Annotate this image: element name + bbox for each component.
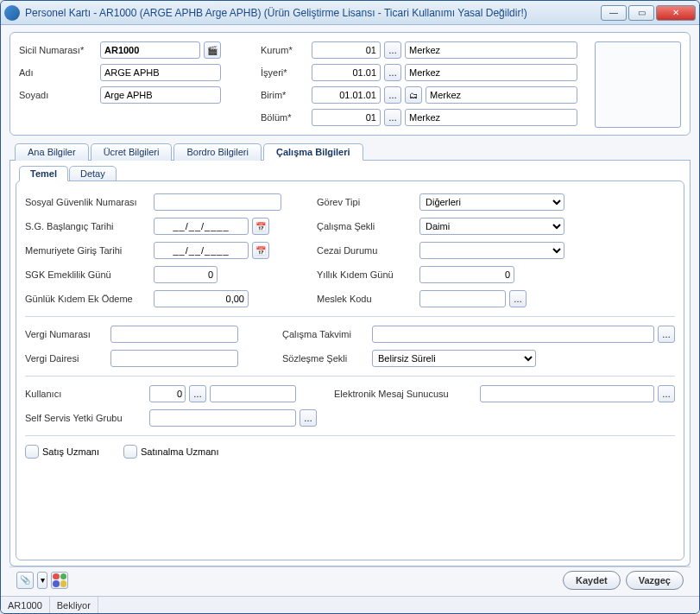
footer-bar: 📎 ▾ Kaydet Vazgeç (9, 567, 691, 592)
outer-tabs: Ana Bilgiler Ücret Bilgileri Bordro Bilg… (9, 142, 691, 161)
self-input[interactable] (149, 409, 296, 427)
yil-kidem-input[interactable] (419, 266, 514, 283)
birim-lookup-icon[interactable]: … (384, 86, 401, 104)
cezai-select[interactable] (419, 242, 564, 259)
meslek-label: Meslek Kodu (317, 294, 416, 304)
isyeri-name[interactable] (405, 64, 577, 81)
group-kullanici: Kullanıcı … Elektronik Mesaj Sunucusu … (25, 376, 675, 427)
window-frame: Personel Kartı - AR1000 (ARGE APHB Arge … (0, 0, 700, 614)
birim-org-icon[interactable]: 🗂 (405, 86, 422, 104)
satis-checkbox[interactable]: Satış Uzmanı (25, 445, 99, 459)
sgn-input[interactable] (154, 193, 281, 211)
bolum-lookup-icon[interactable]: … (384, 109, 401, 126)
window-title: Personel Kartı - AR1000 (ARGE APHB Arge … (25, 7, 601, 19)
kullanici-lookup-icon[interactable]: … (189, 385, 206, 402)
sgbas-input[interactable] (154, 218, 249, 235)
gko-input[interactable] (154, 290, 249, 307)
isyeri-label: İşyeri* (261, 67, 308, 78)
mem-label: Memuriyete Giriş Tarihi (25, 245, 150, 256)
cancel-button[interactable]: Vazgeç (626, 571, 684, 590)
sozlesme-label: Sözleşme Şekli (282, 353, 369, 364)
vergi-daire-input[interactable] (110, 350, 238, 367)
self-lookup-icon[interactable]: … (300, 409, 317, 427)
self-label: Self Servis Yetki Grubu (25, 413, 146, 423)
takvim-label: Çalışma Takvimi (282, 329, 369, 339)
colors-button[interactable] (51, 572, 68, 589)
vergi-daire-label: Vergi Dairesi (25, 353, 107, 364)
colors-icon (53, 573, 66, 587)
attachment-icon[interactable]: 📎 (16, 572, 34, 589)
maximize-button[interactable]: ▭ (628, 5, 654, 21)
attachment-dropdown-icon[interactable]: ▾ (37, 572, 47, 589)
bolum-label: Bölüm* (261, 112, 308, 123)
sgk-em-label: SGK Emeklilik Günü (25, 269, 150, 280)
window-controls: — ▭ ✕ (601, 5, 696, 21)
yil-kidem-label: Yıllık Kıdem Günü (317, 269, 416, 280)
save-button[interactable]: Kaydet (563, 571, 621, 590)
gorev-label: Görev Tipi (317, 197, 416, 207)
soyadi-label: Soyadı (19, 90, 97, 100)
kullanici-label: Kullanıcı (25, 389, 146, 399)
sicil-input[interactable] (100, 41, 200, 59)
tab-calisma-bilgileri[interactable]: Çalışma Bilgileri (263, 143, 363, 161)
calis-select[interactable]: Daimi (419, 218, 564, 235)
mem-input[interactable] (154, 242, 249, 259)
checkbox-icon (123, 445, 137, 459)
sicil-label: Sicil Numarası* (19, 45, 97, 55)
vergi-no-input[interactable] (110, 326, 238, 343)
content-area: Sicil Numarası* 🎬 Adı Soyadı Kurum* (1, 25, 699, 596)
isyeri-lookup-icon[interactable]: … (384, 64, 401, 81)
tab-ucret-bilgileri[interactable]: Ücret Bilgileri (91, 143, 173, 161)
minimize-button[interactable]: — (601, 5, 627, 21)
eposta-input[interactable] (480, 385, 654, 402)
meslek-input[interactable] (419, 290, 506, 307)
close-button[interactable]: ✕ (656, 5, 696, 21)
sozlesme-select[interactable]: Belirsiz Süreli (372, 350, 536, 367)
tab-temel[interactable]: Temel (19, 166, 68, 181)
group-vergi: Vergi Numarası Çalışma Takvimi … Vergi D… (25, 316, 675, 367)
bolum-name[interactable] (405, 109, 577, 126)
kurum-lookup-icon[interactable]: … (384, 41, 401, 59)
tab-bordro-bilgileri[interactable]: Bordro Bilgileri (173, 143, 262, 161)
sgk-em-input[interactable] (154, 266, 218, 283)
mem-calendar-icon[interactable]: 📅 (252, 242, 269, 259)
kurum-label: Kurum* (261, 45, 308, 55)
birim-code[interactable] (312, 86, 381, 104)
gorev-select[interactable]: Diğerleri (419, 193, 564, 211)
satin-checkbox[interactable]: Satınalma Uzmanı (123, 445, 218, 459)
takvim-input[interactable] (372, 326, 654, 343)
takvim-lookup-icon[interactable]: … (658, 326, 675, 343)
kullanici-input[interactable] (149, 385, 186, 402)
isyeri-code[interactable] (312, 64, 381, 81)
titlebar[interactable]: Personel Kartı - AR1000 (ARGE APHB Arge … (1, 1, 699, 25)
header-panel: Sicil Numarası* 🎬 Adı Soyadı Kurum* (9, 32, 691, 136)
group-sgk: Sosyal Güvenlik Numarası Görev Tipi Diğe… (25, 190, 675, 307)
tab-ana-bilgiler[interactable]: Ana Bilgiler (15, 143, 89, 161)
eposta-lookup-icon[interactable]: … (658, 385, 675, 402)
inner-panel: Sosyal Güvenlik Numarası Görev Tipi Diğe… (16, 180, 684, 560)
birim-label: Birim* (261, 90, 308, 100)
eposta-label: Elektronik Mesaj Sunucusu (334, 389, 476, 399)
birim-name[interactable] (426, 86, 577, 104)
kurum-code[interactable] (312, 41, 381, 59)
status-state: Bekliyor (50, 597, 98, 613)
tab-detay[interactable]: Detay (69, 166, 117, 181)
app-icon (4, 5, 20, 21)
soyadi-input[interactable] (100, 86, 221, 104)
sgbas-calendar-icon[interactable]: 📅 (252, 218, 269, 235)
cezai-label: Cezai Durumu (317, 245, 416, 256)
satis-label: Satış Uzmanı (42, 446, 99, 457)
kurum-name[interactable] (405, 41, 577, 59)
adi-label: Adı (19, 67, 97, 78)
group-uzman: Satış Uzmanı Satınalma Uzmanı (25, 435, 675, 459)
status-code: AR1000 (1, 597, 50, 613)
satin-label: Satınalma Uzmanı (141, 446, 218, 457)
adi-input[interactable] (100, 64, 221, 81)
photo-box[interactable] (595, 41, 681, 128)
meslek-lookup-icon[interactable]: … (509, 290, 527, 307)
outer-tab-content: Temel Detay Sosyal Güvenlik Numarası Gör… (9, 161, 691, 567)
sicil-lookup-icon[interactable]: 🎬 (204, 41, 221, 59)
kullanici-name-input[interactable] (210, 385, 296, 402)
bolum-code[interactable] (312, 109, 381, 126)
inner-tabs: Temel Detay (16, 166, 684, 181)
